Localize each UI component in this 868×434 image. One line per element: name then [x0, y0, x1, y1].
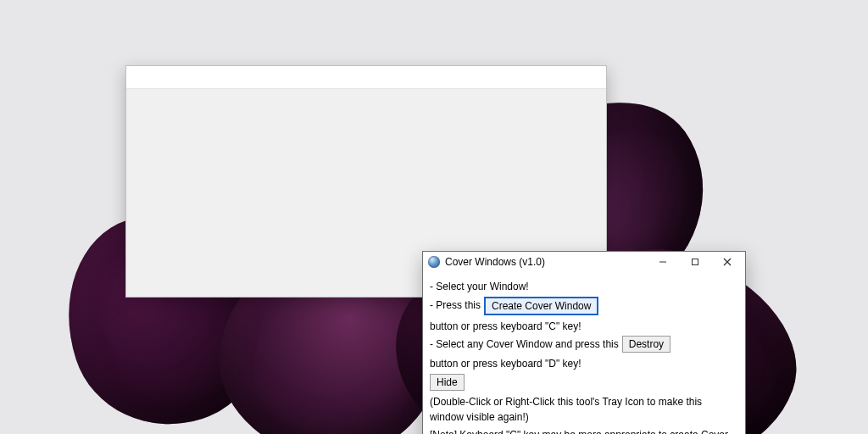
window-title: Cover Windows (v1.0)	[445, 256, 545, 268]
create-cover-window-button[interactable]: Create Cover Window	[484, 297, 598, 315]
destroy-button[interactable]: Destroy	[622, 336, 670, 353]
app-window: Cover Windows (v1.0) - Select your Windo…	[422, 251, 746, 434]
close-button[interactable]	[711, 252, 743, 272]
titlebar[interactable]: Cover Windows (v1.0)	[423, 252, 745, 272]
instruction-select-cover-prefix: - Select any Cover Window and press this	[430, 337, 619, 353]
client-area: - Select your Window! - Press this Creat…	[423, 272, 745, 434]
cover-window-titlebar[interactable]	[126, 66, 606, 89]
minimize-button[interactable]	[647, 252, 679, 272]
hide-button[interactable]: Hide	[430, 374, 465, 391]
instruction-press-this-prefix: - Press this	[430, 298, 481, 314]
maximize-button[interactable]	[679, 252, 711, 272]
svg-rect-1	[693, 259, 698, 265]
instruction-select-window: - Select your Window!	[430, 279, 529, 295]
instruction-hide-suffix: (Double-Click or Right-Click this tool's…	[430, 394, 738, 426]
app-icon	[428, 256, 440, 268]
instruction-note: [Note] Keyboard "C" key may be more appr…	[430, 427, 738, 434]
instruction-press-this-suffix: button or press keyboard "C" key!	[430, 319, 581, 335]
instruction-select-cover-suffix: button or press keyboard "D" key!	[430, 356, 581, 372]
